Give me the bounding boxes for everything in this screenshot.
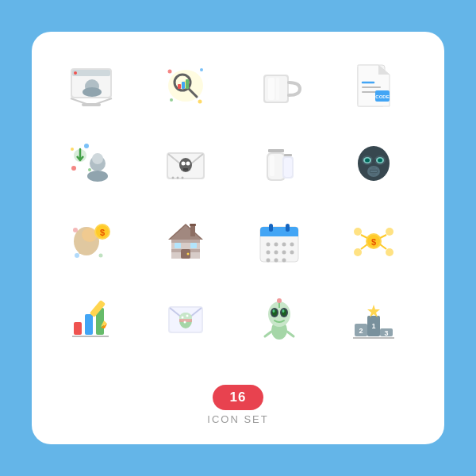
svg-point-19 bbox=[198, 100, 202, 104]
svg-rect-65 bbox=[371, 159, 376, 162]
svg-point-16 bbox=[167, 70, 171, 74]
svg-text:CODE: CODE bbox=[375, 94, 389, 99]
svg-rect-14 bbox=[182, 82, 185, 89]
svg-point-42 bbox=[181, 162, 185, 166]
svg-rect-89 bbox=[175, 243, 181, 248]
svg-point-103 bbox=[274, 251, 278, 255]
svg-rect-57 bbox=[270, 155, 274, 176]
svg-point-114 bbox=[354, 248, 362, 256]
svg-point-99 bbox=[274, 243, 278, 247]
svg-rect-56 bbox=[284, 158, 292, 177]
svg-point-5 bbox=[74, 71, 77, 75]
svg-rect-92 bbox=[190, 224, 196, 226]
svg-point-4 bbox=[83, 87, 102, 97]
svg-rect-13 bbox=[178, 84, 181, 89]
icon-data-analysis bbox=[150, 54, 221, 117]
svg-text:$: $ bbox=[370, 237, 375, 247]
svg-marker-153 bbox=[367, 305, 380, 317]
svg-text:$: $ bbox=[100, 228, 105, 237]
svg-point-134 bbox=[183, 321, 186, 324]
svg-point-77 bbox=[73, 228, 78, 232]
svg-point-49 bbox=[176, 177, 178, 179]
svg-line-116 bbox=[361, 235, 367, 238]
icon-cabin-house bbox=[150, 209, 221, 273]
svg-point-43 bbox=[186, 162, 190, 166]
svg-line-7 bbox=[96, 98, 112, 104]
svg-rect-54 bbox=[284, 154, 292, 156]
svg-rect-51 bbox=[268, 149, 284, 152]
svg-text:3: 3 bbox=[384, 329, 388, 337]
svg-point-100 bbox=[282, 243, 286, 247]
svg-point-141 bbox=[273, 309, 275, 313]
svg-rect-90 bbox=[190, 243, 197, 248]
icon-calendar bbox=[244, 209, 315, 273]
svg-line-6 bbox=[71, 98, 86, 104]
svg-point-50 bbox=[181, 177, 183, 179]
icon-dollar-network: $ bbox=[338, 209, 409, 273]
svg-point-115 bbox=[386, 248, 393, 256]
icon-alien bbox=[244, 287, 315, 351]
footer: 16 ICON SET bbox=[207, 385, 268, 425]
svg-point-113 bbox=[386, 228, 393, 236]
svg-point-32 bbox=[92, 153, 103, 164]
svg-point-106 bbox=[267, 259, 271, 263]
icon-set-label: ICON SET bbox=[207, 413, 268, 425]
svg-point-98 bbox=[267, 243, 271, 247]
icon-bottle-jar bbox=[244, 132, 315, 195]
svg-line-117 bbox=[380, 235, 386, 238]
svg-point-64 bbox=[378, 159, 382, 163]
svg-point-104 bbox=[282, 251, 286, 255]
svg-line-119 bbox=[380, 244, 386, 249]
svg-rect-83 bbox=[171, 240, 200, 243]
svg-rect-2 bbox=[72, 70, 110, 76]
svg-point-79 bbox=[99, 254, 103, 258]
svg-marker-81 bbox=[170, 225, 202, 240]
svg-point-78 bbox=[75, 253, 79, 258]
svg-point-102 bbox=[267, 251, 271, 255]
svg-point-36 bbox=[84, 144, 89, 148]
svg-point-132 bbox=[181, 317, 183, 319]
svg-point-37 bbox=[71, 148, 74, 151]
svg-point-133 bbox=[186, 315, 188, 317]
svg-point-17 bbox=[200, 68, 203, 71]
svg-point-35 bbox=[71, 166, 76, 171]
svg-point-88 bbox=[186, 253, 189, 255]
icon-edit-chart bbox=[56, 287, 127, 351]
icon-skull-mail bbox=[150, 132, 221, 195]
svg-rect-97 bbox=[286, 224, 290, 232]
svg-point-18 bbox=[170, 98, 173, 102]
icon-easter-egg bbox=[150, 287, 221, 351]
svg-point-105 bbox=[290, 251, 294, 255]
icon-count-badge: 16 bbox=[213, 385, 264, 410]
svg-point-31 bbox=[87, 171, 108, 182]
svg-rect-96 bbox=[269, 224, 273, 232]
svg-point-112 bbox=[354, 228, 362, 236]
icon-mind-money: $ bbox=[56, 209, 127, 273]
badge-label: 16 bbox=[230, 390, 247, 405]
svg-line-145 bbox=[265, 332, 271, 336]
svg-point-48 bbox=[171, 177, 174, 179]
icon-code-file: CODE bbox=[338, 54, 409, 117]
svg-point-101 bbox=[290, 243, 294, 247]
svg-rect-95 bbox=[260, 232, 298, 236]
icon-employee-download bbox=[56, 132, 127, 195]
svg-point-108 bbox=[282, 259, 286, 263]
svg-line-118 bbox=[361, 244, 367, 249]
svg-line-146 bbox=[287, 332, 294, 336]
svg-point-144 bbox=[277, 298, 282, 303]
svg-rect-23 bbox=[276, 78, 279, 100]
svg-point-38 bbox=[88, 168, 91, 171]
svg-point-63 bbox=[365, 159, 370, 163]
svg-rect-121 bbox=[85, 314, 93, 335]
svg-rect-22 bbox=[268, 78, 274, 100]
svg-rect-72 bbox=[79, 246, 88, 254]
svg-point-142 bbox=[282, 309, 285, 313]
svg-rect-91 bbox=[190, 225, 195, 236]
icon-grid: CODE bbox=[56, 54, 420, 351]
svg-rect-120 bbox=[74, 322, 82, 335]
icon-ranking: 2 1 3 bbox=[338, 287, 409, 351]
svg-rect-15 bbox=[186, 79, 189, 89]
svg-text:2: 2 bbox=[359, 327, 363, 335]
svg-rect-8 bbox=[82, 103, 101, 106]
icon-gas-mask bbox=[338, 132, 409, 195]
